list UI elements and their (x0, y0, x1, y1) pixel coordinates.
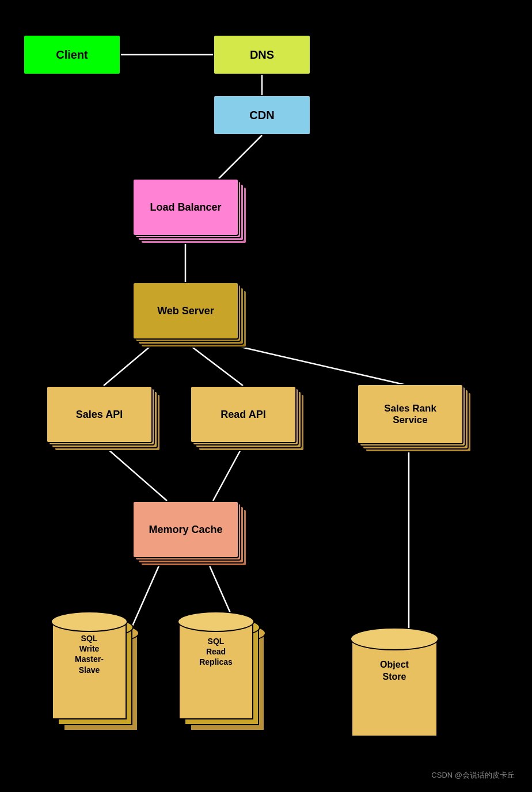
read-api-node: Read API (190, 386, 297, 443)
load-balancer-node: Load Balancer (132, 178, 239, 236)
dns-node: DNS (213, 35, 311, 75)
svg-line-5 (185, 342, 243, 386)
sales-rank-node: Sales RankService (357, 384, 463, 444)
cdn-node: CDN (213, 95, 311, 135)
diagram-container: Client DNS CDN Load Balancer Web Server … (0, 0, 532, 792)
web-server-node: Web Server (132, 282, 239, 340)
watermark: CSDN @会说话的皮卡丘 (431, 770, 515, 780)
svg-line-7 (104, 446, 167, 501)
client-node: Client (23, 35, 121, 75)
memory-cache-node: Memory Cache (132, 501, 239, 558)
svg-line-2 (219, 135, 262, 178)
svg-line-6 (219, 342, 409, 386)
sales-api-node: Sales API (46, 386, 153, 443)
svg-line-4 (104, 342, 155, 386)
svg-line-8 (213, 446, 243, 501)
